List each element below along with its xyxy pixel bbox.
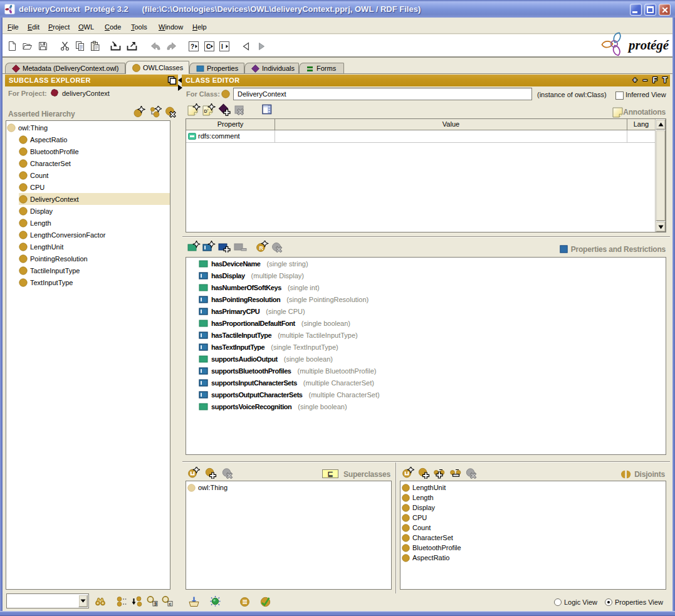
disjoint-row-characterset[interactable]: CharacterSet	[400, 533, 666, 543]
tab-metadata[interactable]: Metadata (DeliveryContext.owl)	[5, 63, 125, 73]
minimize-button[interactable]	[630, 4, 642, 16]
tree-item-length[interactable]: Length	[6, 217, 170, 229]
tree-item-owl-thing[interactable]: owl:Thing	[6, 122, 170, 133]
tree-item-characterset[interactable]: CharacterSet	[6, 157, 170, 169]
property-row-hastactileinputtype[interactable]: hasTactileInputType(multiple TactileInpu…	[186, 329, 666, 341]
logic-view-radio[interactable]	[554, 598, 562, 606]
find-class-button[interactable]: c	[161, 595, 173, 608]
redo-button[interactable]	[165, 41, 177, 53]
cut-button[interactable]	[60, 41, 70, 53]
properties-list[interactable]: hasDeviceName(single string) hasDisplay(…	[186, 257, 666, 455]
tree-item-bluetoothprofile[interactable]: BluetoothProfile	[6, 145, 170, 157]
classes-tab-button[interactable]: C	[204, 41, 214, 53]
create-class-button[interactable]	[133, 106, 145, 119]
tree-item-lengthunit[interactable]: LengthUnit	[6, 241, 170, 253]
tree-item-aspectratio[interactable]: AspectRatio	[6, 133, 170, 145]
create-datatype-property-button[interactable]	[187, 241, 201, 254]
delete-annotation-button[interactable]	[234, 104, 247, 118]
property-row-hasdevicename[interactable]: hasDeviceName(single string)	[186, 258, 666, 269]
create-ontology-annotation-button[interactable]: D˚	[202, 103, 216, 117]
disjoint-row-cpu[interactable]: CPU	[400, 513, 666, 523]
property-row-hasnumberofsoftkeys[interactable]: hasNumberOfSoftKeys(single int)	[186, 281, 666, 293]
menu-tools[interactable]: Tools	[131, 23, 147, 31]
add-named-superclass-button[interactable]	[187, 467, 200, 480]
move-to-class-button[interactable]	[131, 596, 142, 608]
navigate-back-button[interactable]	[241, 41, 251, 53]
property-row-supportsinputcharactersets[interactable]: supportsInputCharacterSets(multiple Char…	[186, 377, 666, 389]
check-consistency-button[interactable]	[259, 596, 271, 608]
undo-button[interactable]	[150, 41, 162, 53]
close-button[interactable]	[659, 4, 671, 16]
menu-project[interactable]: Project	[48, 23, 70, 31]
disjoints-list[interactable]: LengthUnit Length Display CPU Count Char…	[400, 481, 666, 590]
add-superclass-button[interactable]	[204, 467, 217, 480]
open-project-button[interactable]	[22, 41, 33, 53]
menu-code[interactable]: Code	[105, 23, 121, 31]
annotation-value-cell[interactable]	[275, 130, 627, 143]
tree-item-deliverycontext[interactable]: DeliveryContext	[6, 193, 170, 205]
annotation-lang-cell[interactable]	[627, 130, 656, 143]
delete-restriction-button[interactable]	[271, 241, 284, 254]
annotations-scrollbar[interactable]	[655, 119, 666, 232]
create-disjoint-button[interactable]	[402, 467, 414, 480]
detach-panel-button[interactable]	[167, 76, 177, 86]
menu-edit[interactable]: Edit	[28, 23, 39, 31]
menu-owl[interactable]: OWL	[78, 23, 94, 31]
scrollbar-thumb[interactable]	[656, 130, 666, 221]
tree-item-cpu[interactable]: CPU	[6, 181, 170, 193]
query-tab-button[interactable]: ?	[189, 41, 199, 53]
disjoint-row-lengthunit[interactable]: LengthUnit	[400, 483, 666, 493]
expand-editor-button[interactable]: +	[631, 76, 639, 85]
column-header-value[interactable]: Value	[275, 119, 627, 130]
scroll-down-icon[interactable]	[656, 221, 666, 232]
create-object-property-button[interactable]	[202, 241, 216, 254]
create-subclass-button[interactable]	[149, 106, 162, 119]
flip-layout-button[interactable]: F	[651, 76, 659, 85]
property-row-supportsoutputcharactersets[interactable]: supportsOutputCharacterSets(multiple Cha…	[186, 389, 666, 400]
tab-owlclasses[interactable]: OWLClasses	[125, 61, 189, 74]
annotation-table-button[interactable]	[262, 104, 272, 116]
add-property-button[interactable]	[218, 241, 231, 254]
property-row-hasdisplay[interactable]: hasDisplay(multiple Display)	[186, 269, 666, 281]
add-disjoint-button[interactable]	[417, 467, 430, 480]
menu-help[interactable]: Help	[192, 23, 207, 31]
property-row-supportsbluetoothprofiles[interactable]: supportsBluetoothProfiles(multiple Bluet…	[186, 365, 666, 377]
inferred-view-checkbox[interactable]	[615, 91, 624, 100]
superclass-row-owl-thing[interactable]: owl:Thing	[186, 483, 391, 493]
archive-button[interactable]	[110, 41, 122, 53]
class-tree[interactable]: owl:Thing AspectRatio BluetoothProfile C…	[6, 120, 170, 590]
export-to-format-button[interactable]	[126, 41, 138, 53]
debug-class-button[interactable]	[209, 595, 221, 608]
property-row-hastextinputtype[interactable]: hasTextInputType(single TextInputType)	[186, 341, 666, 353]
superclasses-view-button[interactable]	[117, 596, 128, 608]
navigate-forward-button[interactable]	[256, 41, 266, 53]
create-annotation-button[interactable]	[187, 103, 201, 117]
tree-item-display[interactable]: Display	[6, 205, 170, 217]
tree-item-count[interactable]: Count	[6, 169, 170, 181]
scroll-up-icon[interactable]	[656, 119, 666, 130]
property-row-supportsaudiooutput[interactable]: supportsAudioOutput(single boolean)	[186, 353, 666, 365]
maximize-button[interactable]	[644, 4, 656, 16]
class-name-input[interactable]: DeliveryContext	[233, 88, 532, 100]
remove-property-button[interactable]	[234, 241, 248, 254]
add-annotation-instance-button[interactable]	[218, 103, 231, 117]
toggle-type-button[interactable]: T	[661, 76, 669, 85]
tab-forms[interactable]: Forms	[299, 63, 344, 73]
disjoint-row-display[interactable]: Display	[400, 503, 666, 513]
property-row-haspointingresolution[interactable]: hasPointingResolution(single PointingRes…	[186, 293, 666, 305]
properties-view-radio[interactable]	[605, 598, 612, 606]
column-header-lang[interactable]: Lang	[627, 119, 656, 130]
disjoint-row-aspectratio[interactable]: AspectRatio	[400, 553, 666, 563]
disjoint-row-count[interactable]: Count	[400, 523, 666, 533]
combo-dropdown-icon[interactable]	[78, 595, 88, 607]
annotation-row[interactable]: rdfs:comment	[186, 130, 656, 143]
show-logic-button[interactable]	[239, 597, 250, 608]
tree-item-textinputtype[interactable]: TextInputType	[6, 276, 170, 288]
superclasses-list[interactable]: owl:Thing	[186, 481, 392, 590]
save-intersection-button[interactable]	[188, 596, 200, 608]
property-row-supportsvoicerecognition[interactable]: supportsVoiceRecognition(single boolean)	[186, 400, 666, 412]
disjoint-row-length[interactable]: Length	[400, 493, 666, 503]
individuals-tab-button[interactable]: I	[219, 41, 229, 53]
property-row-hasproportionaldefaultfont[interactable]: hasProportionalDefaultFont(single boolea…	[186, 317, 666, 329]
remove-superclass-button[interactable]	[221, 467, 234, 480]
